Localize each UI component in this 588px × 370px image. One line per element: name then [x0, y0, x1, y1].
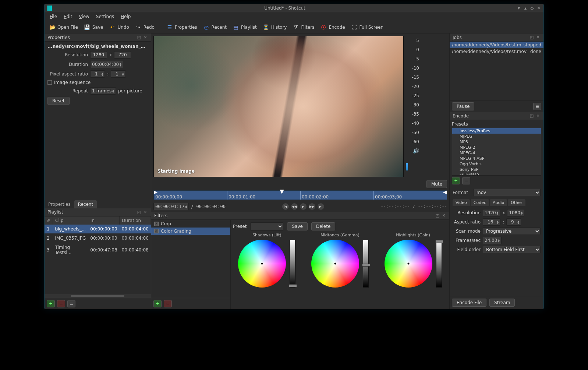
filter-item[interactable]: ✓Color Grading [151, 228, 230, 235]
preset-save-button[interactable]: Save [287, 222, 307, 230]
filters-button[interactable]: ⧩Filters [290, 22, 316, 32]
preset-list[interactable]: lossless/ProResMJPEGMP3MPEG-2MPEG-4MPEG-… [452, 128, 541, 176]
menu-settings[interactable]: Settings [93, 13, 117, 20]
undo-button[interactable]: ↶Undo [107, 22, 131, 32]
maximize-icon[interactable]: ▴ [523, 6, 528, 11]
col-duration[interactable]: Duration [120, 216, 151, 225]
preset-item[interactable]: stills/BMP [452, 172, 541, 176]
enc-height-field[interactable]: 1080▲▼ [507, 209, 524, 216]
highlights-luma-slider[interactable] [436, 240, 442, 288]
midtones-color-wheel[interactable] [311, 240, 359, 288]
jobs-pause-button[interactable]: Pause [452, 102, 474, 110]
duration-field[interactable]: 00:00:04:00▲▼ [90, 61, 123, 68]
menu-edit[interactable]: Edit [61, 13, 75, 20]
par-num-field[interactable]: 1▲▼ [90, 70, 105, 78]
filter-remove-button[interactable]: − [164, 300, 172, 307]
table-row[interactable]: 1blg_wheels_...00:00:00:0000:00:04:00 [45, 225, 151, 234]
current-time-field[interactable]: 00:00:01:17▲▼ [153, 203, 189, 210]
fps-field[interactable]: 24.00▲▼ [483, 237, 502, 244]
preset-item[interactable]: Ogg Vorbis [452, 161, 541, 167]
mute-button[interactable]: Mute [426, 180, 447, 188]
preset-item[interactable]: MPEG-4 [452, 150, 541, 156]
properties-button[interactable]: ☰Properties [164, 22, 199, 32]
timeline[interactable]: ▶ ▼ ◀ 00:00:00;0000:00:01;0000:00:02;000… [151, 189, 449, 201]
enc-width-field[interactable]: 1920▲▼ [483, 209, 500, 216]
redo-button[interactable]: ↷Redo [133, 22, 157, 32]
preset-add-button[interactable]: + [452, 177, 460, 184]
enc-ar-den-field[interactable]: 9▲▼ [506, 218, 521, 226]
reset-button[interactable]: Reset [47, 97, 70, 105]
highlights-color-wheel[interactable] [385, 240, 432, 288]
minimize-icon[interactable]: ▾ [516, 6, 521, 11]
encode-button[interactable]: ⦿Encode [318, 22, 347, 32]
preset-item[interactable]: MP3 [452, 139, 541, 145]
preset-remove-button[interactable]: − [462, 177, 470, 184]
table-row[interactable]: 3Timing Testsl...00:00:47:0800:00:40:08 [45, 243, 151, 257]
forward-button[interactable]: ▶▶ [309, 203, 315, 210]
close-icon[interactable]: ✕ [441, 213, 446, 218]
menu-file[interactable]: File [47, 13, 60, 20]
filter-item[interactable]: ✓Crop [151, 220, 230, 228]
history-button[interactable]: ⏳History [261, 22, 289, 32]
recent-button[interactable]: ◴Recent [201, 22, 229, 32]
video-preview[interactable]: Starting image [153, 36, 404, 177]
speaker-icon[interactable]: 🔊 [413, 148, 419, 154]
detach-icon[interactable]: ◰ [137, 209, 142, 215]
close-icon[interactable]: ✕ [143, 35, 148, 40]
col-clip[interactable]: Clip [53, 216, 88, 225]
playlist-add-button[interactable]: + [47, 300, 55, 307]
menu-help[interactable]: Help [118, 13, 134, 20]
field-select[interactable]: Bottom Field First [483, 246, 541, 253]
enc-tab[interactable]: Codec [471, 199, 489, 206]
job-row[interactable]: /home/ddennedy/Videos/test.movdone [450, 48, 543, 55]
rewind-button[interactable]: ◀◀ [291, 203, 298, 210]
res-height-field[interactable]: 720 [114, 51, 131, 59]
detach-icon[interactable]: ◰ [529, 35, 534, 40]
play-button[interactable]: ▶ [300, 203, 307, 210]
table-row[interactable]: 2IMG_0357.JPG00:00:00:0000:00:04:00 [45, 233, 151, 243]
open-file-button[interactable]: 📂Open File [47, 22, 80, 32]
restore-icon[interactable]: ◇ [529, 6, 535, 11]
stream-button[interactable]: Stream [489, 299, 515, 307]
col-in[interactable]: In [88, 216, 119, 225]
playlist-button[interactable]: ▤Playlist [230, 22, 259, 32]
playlist-remove-button[interactable]: − [57, 300, 65, 307]
job-row[interactable]: /home/ddennedy/Videos/test.movstopped [450, 42, 543, 48]
preset-delete-button[interactable]: Delete [311, 222, 335, 230]
midtones-luma-slider[interactable] [363, 240, 369, 288]
shadows-color-wheel[interactable] [238, 240, 286, 288]
enc-tab[interactable]: Video [453, 199, 470, 206]
par-den-field[interactable]: 1▲▼ [111, 70, 125, 78]
preset-item[interactable]: lossless/ProRes [452, 128, 541, 134]
preset-item[interactable]: Sony-PSP [452, 167, 541, 172]
enc-tab[interactable]: Other [508, 199, 525, 206]
menu-view[interactable]: View [76, 13, 92, 20]
playlist-menu-button[interactable]: ≡ [67, 300, 75, 307]
detach-icon[interactable]: ◰ [137, 35, 142, 40]
tab-recent[interactable]: Recent [74, 200, 97, 208]
close-icon[interactable]: ✕ [143, 209, 148, 215]
enc-tab[interactable]: Audio [490, 199, 507, 206]
preset-item[interactable]: MPEG-4-ASP [452, 156, 541, 161]
skip-end-button[interactable]: ▶| [318, 203, 324, 210]
tab-properties[interactable]: Properties [45, 200, 74, 208]
scan-select[interactable]: Progressive [483, 228, 541, 235]
detach-icon[interactable]: ◰ [435, 213, 440, 218]
res-width-field[interactable]: 1280 [90, 51, 107, 59]
save-button[interactable]: 💾Save [82, 22, 105, 32]
skip-start-button[interactable]: |◀ [282, 203, 289, 210]
preset-select[interactable] [250, 222, 283, 230]
preset-item[interactable]: MPEG-2 [452, 145, 541, 150]
close-icon[interactable]: ✕ [536, 6, 541, 11]
close-icon[interactable]: ✕ [535, 35, 541, 40]
preset-item[interactable]: MJPEG [452, 134, 541, 139]
fullscreen-button[interactable]: ⛶Full Screen [349, 22, 386, 32]
encode-file-button[interactable]: Encode File [452, 299, 486, 307]
jobs-menu-button[interactable]: ≡ [533, 103, 541, 110]
format-select[interactable]: mov [473, 189, 541, 196]
detach-icon[interactable]: ◰ [529, 113, 534, 119]
image-sequence-checkbox[interactable]: Image sequence [47, 80, 148, 85]
shadows-luma-slider[interactable] [290, 240, 295, 288]
close-icon[interactable]: ✕ [535, 113, 541, 119]
scrollbar[interactable] [71, 295, 124, 297]
